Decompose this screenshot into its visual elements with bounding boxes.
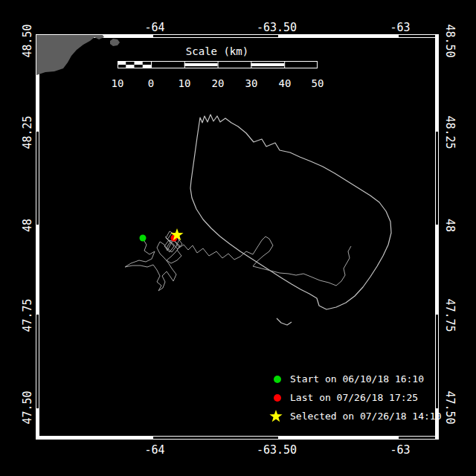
legend-item-selected: Selected on 07/26/18 14:10: [269, 410, 441, 422]
lon-label-bot-63: -63: [390, 443, 410, 457]
legend: Start on 06/10/18 16:10 Last on 07/26/18…: [269, 373, 441, 422]
lon-label-top-63: -63: [390, 21, 410, 34]
lat-label-right-48: 48: [443, 219, 457, 232]
lat-label-left-4850: 48.50: [21, 24, 34, 57]
lon-label-bot-64: -64: [144, 443, 164, 457]
legend-selected-label: Selected on 07/26/18 14:10: [290, 411, 442, 422]
start-dot-icon: [274, 376, 281, 383]
scale-tick-10L: 10: [112, 77, 124, 89]
latitude-axis-labels: 48.50 48.25 48 47.75 47.50 48.50 48.25 4…: [21, 24, 457, 424]
selected-star-icon: [269, 410, 282, 422]
legend-last-label: Last on 07/26/18 17:25: [290, 392, 418, 403]
lat-label-left-4775: 47.75: [21, 298, 34, 332]
last-dot-icon: [274, 394, 281, 402]
lon-label-top-6350: -63.50: [257, 21, 297, 34]
scale-tick-0: 0: [148, 77, 154, 89]
scale-tick-30: 30: [245, 77, 258, 89]
lat-label-left-48: 48: [21, 219, 34, 232]
legend-item-start: Start on 06/10/18 16:10: [274, 373, 424, 385]
lat-label-right-4850: 48.50: [443, 24, 457, 57]
scale-tick-10: 10: [178, 77, 191, 89]
coastline-island: [190, 115, 391, 309]
map-canvas[interactable]: -64 -63.50 -63 -64 -63.50 -63 48.50 48.2…: [0, 0, 476, 476]
legend-item-last: Last on 07/26/18 17:25: [274, 392, 418, 403]
scale-tick-20: 20: [212, 77, 225, 89]
landmass-islet: [110, 39, 120, 46]
lat-label-right-4775: 47.75: [443, 298, 457, 332]
lat-label-left-4825: 48.25: [21, 115, 34, 149]
map-viewer-window: -64 -63.50 -63 -64 -63.50 -63 48.50 48.2…: [0, 0, 476, 476]
scale-tick-40: 40: [279, 77, 292, 89]
scale-bar-title: Scale (km): [186, 45, 248, 57]
landmass-northwest: [36, 35, 104, 75]
coastline-islet-arc: [277, 318, 292, 325]
scale-tick-50: 50: [312, 77, 324, 89]
legend-start-label: Start on 06/10/18 16:10: [290, 373, 424, 385]
lat-label-left-4750: 47.50: [21, 390, 34, 424]
scale-bar: Scale (km) 10 0 10 20 30 40 50: [112, 45, 324, 89]
lat-label-right-4750: 47.50: [443, 390, 457, 424]
lon-label-top-64: -64: [144, 21, 164, 34]
lat-label-right-4825: 48.25: [443, 115, 457, 149]
lon-label-bot-6350: -63.50: [257, 443, 297, 457]
start-marker[interactable]: [140, 235, 147, 242]
drifter-track[interactable]: [125, 237, 351, 291]
